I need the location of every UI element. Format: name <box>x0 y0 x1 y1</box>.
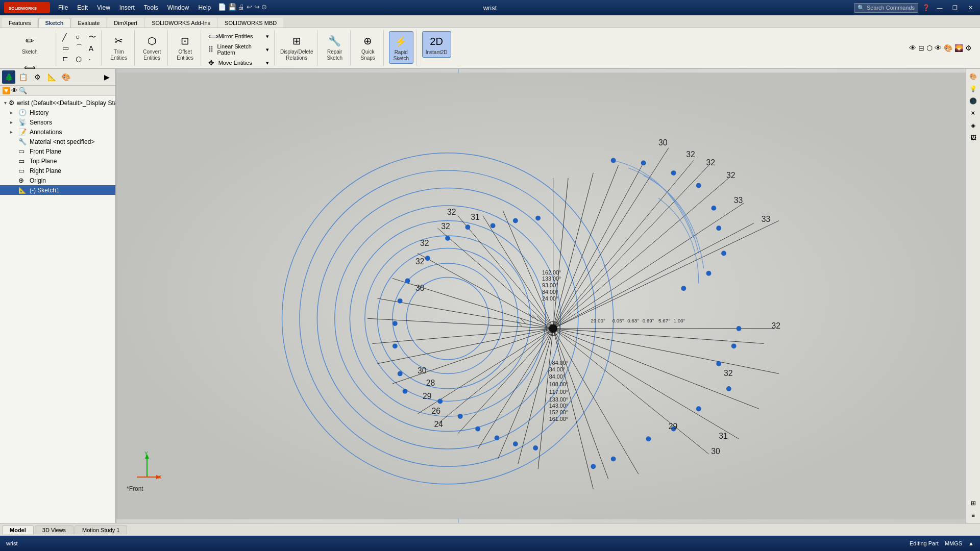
history-icon: 🕐 <box>18 109 28 116</box>
svg-text:29: 29 <box>669 422 677 431</box>
svg-point-55 <box>711 206 716 211</box>
material-icon: 🔧 <box>18 138 28 145</box>
instant2d-label: Instant2D <box>426 49 448 56</box>
svg-point-62 <box>716 361 721 366</box>
menu-tools[interactable]: Tools <box>140 3 162 12</box>
view-orientation-icon[interactable]: 👁 <box>909 44 916 52</box>
tab-dimxpert[interactable]: DimXpert <box>107 18 144 28</box>
property-manager-icon[interactable]: 📋 <box>16 70 30 84</box>
display-delete-relations-button[interactable]: ⊞ Display/DeleteRelations <box>277 31 316 63</box>
point-tool[interactable]: · <box>87 54 99 64</box>
section-view-icon[interactable]: ⊟ <box>918 44 924 52</box>
ribbon-group-sketch: ✏ Sketch ⟺ Smart Dimension <box>4 30 56 66</box>
tree-origin[interactable]: ⊕ Origin <box>0 176 115 185</box>
sensors-arrow: ▸ <box>10 119 16 125</box>
trim-button[interactable]: ✂ TrimEntities <box>107 31 131 63</box>
main-area: 🌲 📋 ⚙ 📐 🎨 ▶ 🔽 👁 🔍 ▾ ⚙ wrist (Default<<De… <box>0 69 980 523</box>
menu-file[interactable]: File <box>54 3 72 12</box>
convert-button[interactable]: ⬡ ConvertEntities <box>140 31 164 63</box>
scenes-icon[interactable]: 🌄 <box>954 44 963 52</box>
menu-help[interactable]: Help <box>194 3 215 12</box>
svg-point-80 <box>535 216 541 221</box>
tree-front-plane[interactable]: ▭ Front Plane <box>0 146 115 156</box>
tree-material[interactable]: 🔧 Material <not specified> <box>0 137 115 146</box>
menu-insert[interactable]: Insert <box>115 3 139 12</box>
line-tool[interactable]: ╱ <box>60 32 72 42</box>
left-panel: 🌲 📋 ⚙ 📐 🎨 ▶ 🔽 👁 🔍 ▾ ⚙ wrist (Default<<De… <box>0 69 116 523</box>
rect-tool[interactable]: ▭ <box>60 43 72 53</box>
canvas[interactable]: + + <box>116 69 966 523</box>
polygon-tool[interactable]: ⬡ <box>74 54 86 64</box>
tree-top-plane[interactable]: ▭ Top Plane <box>0 156 115 166</box>
tab-addins[interactable]: SOLIDWORKS Add-Ins <box>145 18 217 28</box>
appearance-icon[interactable]: 🎨 <box>944 44 952 52</box>
sketch-button[interactable]: ✏ Sketch <box>17 31 42 57</box>
relations-icon: ⊞ <box>288 33 305 49</box>
menu-view[interactable]: View <box>93 3 114 12</box>
mirror-entities-button[interactable]: ⟺ Mirror Entities ▾ <box>206 31 271 41</box>
expand-panel-icon[interactable]: ▶ <box>100 70 113 84</box>
tab-mbd[interactable]: SOLIDWORKS MBD <box>218 18 283 28</box>
trim-icon: ✂ <box>111 33 127 49</box>
view-label: *Front <box>127 485 143 492</box>
text-tool[interactable]: A <box>87 43 99 54</box>
svg-text:133.00°: 133.00° <box>549 396 568 403</box>
part-icon: ⚙ <box>9 99 15 107</box>
repair-sketch-button[interactable]: 🔧 RepairSketch <box>323 31 347 63</box>
tree-right-plane[interactable]: ▭ Right Plane <box>0 166 115 176</box>
tree-sensors[interactable]: ▸ 📡 Sensors <box>0 117 115 127</box>
move-label: Move Entities <box>218 60 252 66</box>
svg-point-57 <box>721 251 726 256</box>
offset-button[interactable]: ⊡ OffsetEntities <box>173 31 198 63</box>
tree-root[interactable]: ▾ ⚙ wrist (Default<<Default>_Display Sta… <box>0 98 115 108</box>
close-button[interactable]: ✕ <box>965 3 976 12</box>
tab-motion-study[interactable]: Motion Study 1 <box>75 525 127 534</box>
svg-text:28: 28 <box>426 379 435 387</box>
tree-annotations[interactable]: ▸ 📝 Annotations <box>0 127 115 137</box>
quick-snaps-button[interactable]: ⊕ QuickSnaps <box>356 31 380 63</box>
search-icon: 🔍 <box>857 5 865 11</box>
tree-history[interactable]: ▸ 🕐 History <box>0 108 115 117</box>
tab-evaluate[interactable]: Evaluate <box>71 18 107 28</box>
svg-point-59 <box>681 286 686 291</box>
svg-text:93.00°: 93.00° <box>542 282 558 288</box>
svg-text:24.00°: 24.00° <box>542 295 558 302</box>
sketch-canvas[interactable]: 30 32 32 32 33 33 32 32 31 30 29 32 32 3… <box>116 69 966 523</box>
svg-point-51 <box>611 158 616 163</box>
linear-sketch-pattern-button[interactable]: ⠿ Linear Sketch Pattern ▾ <box>206 42 271 57</box>
dim-expert-icon[interactable]: 📐 <box>45 70 58 84</box>
search-box[interactable]: 🔍 Search Commands <box>854 3 918 13</box>
move-entities-button[interactable]: ✥ Move Entities ▾ <box>206 58 271 68</box>
front-plane-icon: ▭ <box>18 147 28 155</box>
polygon-icon: ⬡ <box>76 55 84 63</box>
display-manager-icon[interactable]: 🎨 <box>59 70 72 84</box>
tab-sketch[interactable]: Sketch <box>38 18 70 28</box>
menu-window[interactable]: Window <box>163 3 193 12</box>
spline-tool[interactable]: 〜 <box>87 32 99 43</box>
svg-text:34.00°: 34.00° <box>549 366 565 372</box>
slot-tool[interactable]: ⊏ <box>60 54 72 64</box>
svg-text:29: 29 <box>423 392 431 400</box>
circle-tool[interactable]: ○ <box>74 32 86 42</box>
arc-tool[interactable]: ⌒ <box>74 42 86 54</box>
rapid-sketch-button[interactable]: ⚡ RapidSketch <box>389 31 413 64</box>
solidworks-logo: SOLIDWORKS <box>4 2 50 13</box>
tab-model[interactable]: Model <box>2 525 34 534</box>
minimize-button[interactable]: — <box>934 3 945 12</box>
tab-features[interactable]: Features <box>2 18 37 28</box>
hide-show-icon[interactable]: 👁 <box>935 44 942 52</box>
tree-sketch1[interactable]: 📐 (-) Sketch1 <box>0 185 115 195</box>
settings-icon[interactable]: ⚙ <box>965 44 972 52</box>
sensors-label: Sensors <box>30 119 52 126</box>
ribbon-group-instant2d: 2D Instant2D <box>419 30 454 66</box>
status-arrow-icon[interactable]: ▲ <box>968 540 974 546</box>
instant2d-button[interactable]: 2D Instant2D <box>422 31 451 58</box>
ribbon-group-mirror: ⟺ Mirror Entities ▾ ⠿ Linear Sketch Patt… <box>203 30 275 66</box>
feature-tree-icon[interactable]: 🌲 <box>2 70 15 84</box>
config-manager-icon[interactable]: ⚙ <box>31 70 44 84</box>
maximize-button[interactable]: ❐ <box>949 3 961 12</box>
menu-edit[interactable]: Edit <box>73 3 92 12</box>
svg-point-83 <box>475 427 480 432</box>
display-style-icon[interactable]: ⬡ <box>926 44 933 52</box>
tab-3dviews[interactable]: 3D Views <box>35 525 74 534</box>
